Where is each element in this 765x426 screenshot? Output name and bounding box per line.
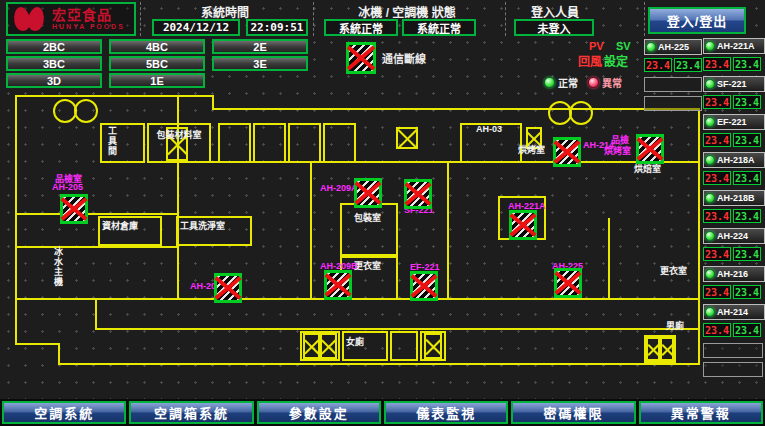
equipment-label: AH-216: [717, 269, 748, 279]
nav-button[interactable]: 密碼權限: [511, 401, 635, 424]
abnormal-led-icon: [588, 77, 599, 88]
floor-button[interactable]: 4BC: [109, 39, 205, 54]
bottom-nav: 空調系統空調箱系統參數設定儀表監視密碼權限異常警報: [0, 399, 765, 426]
ahu-comm-loss-icon[interactable]: [354, 178, 382, 208]
room-label: 女廁: [346, 337, 364, 347]
login-logout-button[interactable]: 登入/登出: [648, 7, 746, 34]
sv-value: 23.4: [733, 209, 761, 223]
brand-name: 宏亞食品: [52, 8, 125, 23]
equipment-label: AH-224: [717, 231, 748, 241]
sv-value: 23.4: [733, 323, 761, 337]
floor-button[interactable]: 3D: [6, 73, 102, 88]
empty-slot: [644, 96, 702, 111]
equipment-row[interactable]: AH-214 23.4 23.4: [703, 304, 765, 337]
comm-loss-legend-icon: [346, 42, 376, 74]
equipment-name: EF-221: [703, 114, 765, 130]
status-led-icon: [705, 155, 715, 165]
pv-value: 23.4: [703, 247, 731, 261]
ahu-comm-loss-icon[interactable]: [636, 134, 664, 164]
hearts-logo-icon: [12, 5, 52, 33]
floorplan: AH-03工具間包裝材料室烘烤室烘焙室包裝室更衣室更衣室資材倉庫工具洗淨室冰水主…: [0, 88, 702, 398]
sv-value: 23.4: [733, 171, 761, 185]
chiller-ahu-status-label: 冰機 / 空調機 狀態: [316, 3, 498, 20]
login-user-label: 登入人員: [510, 3, 600, 20]
header-divider: [140, 2, 141, 36]
status-led-icon: [705, 79, 715, 89]
equipment-row[interactable]: AH-216 23.4 23.4: [703, 266, 765, 299]
room-label: 包裝室: [354, 213, 381, 223]
ahu-comm-loss-icon[interactable]: [324, 270, 352, 300]
ahu-comm-loss-icon[interactable]: [214, 273, 242, 303]
equipment-name: AH-225: [644, 39, 702, 55]
ahu-comm-loss-icon[interactable]: [554, 268, 582, 298]
sv-value: 23.4: [733, 247, 761, 261]
header-divider: [505, 2, 506, 36]
wall-segment: [447, 161, 449, 300]
stair-shaft-icon: [660, 337, 674, 361]
status-led-icon: [705, 117, 715, 127]
floor-button[interactable]: 2BC: [6, 39, 102, 54]
equipment-name: AH-218B: [703, 190, 765, 206]
equipment-label: AH-218A: [717, 155, 755, 165]
header-divider: [313, 2, 314, 36]
nav-button[interactable]: 空調箱系統: [129, 401, 253, 424]
equipment-row[interactable]: AH-221A 23.4 23.4: [703, 38, 765, 71]
equipment-name: SF-221: [703, 76, 765, 92]
equipment-row[interactable]: AH-218A 23.4 23.4: [703, 152, 765, 185]
empty-slot: [644, 77, 702, 92]
status-led-icon: [646, 42, 656, 52]
floor-button[interactable]: 5BC: [109, 56, 205, 71]
room-outline: [323, 123, 356, 163]
room-label: 男廁: [666, 321, 684, 331]
nav-button[interactable]: 空調系統: [2, 401, 126, 424]
equipment-row[interactable]: AH-224 23.4 23.4: [703, 228, 765, 261]
equipment-label: AH-218B: [717, 193, 755, 203]
ahu-comm-loss-icon[interactable]: [553, 137, 581, 167]
equipment-label: AH-221A: [717, 41, 755, 51]
ahu-comm-loss-icon[interactable]: [60, 194, 88, 224]
chiller-status-display: 系統正常: [324, 19, 398, 36]
stair-shaft-icon: [646, 337, 660, 361]
ahu-comm-loss-icon[interactable]: [410, 271, 438, 301]
room-label: 冰水主機: [53, 247, 63, 287]
equipment-row[interactable]: AH-218B 23.4 23.4: [703, 190, 765, 223]
equipment-row-top[interactable]: AH-225 23.4 23.4: [644, 39, 702, 72]
nav-button[interactable]: 異常警報: [639, 401, 763, 424]
wall-segment: [212, 95, 214, 110]
equipment-row[interactable]: SF-221 23.4 23.4: [703, 76, 765, 109]
nav-button[interactable]: 儀表監視: [384, 401, 508, 424]
status-led-icon: [705, 231, 715, 241]
nav-button[interactable]: 參數設定: [257, 401, 381, 424]
brand-logo: 宏亞食品 HUNYA FOODS: [6, 2, 136, 36]
floor-button[interactable]: 2E: [212, 39, 308, 54]
floor-button[interactable]: 1E: [109, 73, 205, 88]
equipment-label: EF-221: [717, 117, 747, 127]
room-label: 包裝材料室: [150, 130, 208, 140]
normal-led-icon: [544, 77, 555, 88]
empty-slot: [703, 343, 763, 358]
equipment-row[interactable]: EF-221 23.4 23.4: [703, 114, 765, 147]
wall-segment: [58, 363, 700, 365]
floor-button[interactable]: 3BC: [6, 56, 102, 71]
pv-value: 23.4: [703, 133, 731, 147]
sv-value: 23.4: [733, 285, 761, 299]
room-label: AH-03: [476, 124, 502, 134]
spiral-stair-icon: [548, 101, 592, 123]
unit-label: AH-205: [52, 182, 83, 192]
pv-value: 23.4: [703, 95, 731, 109]
sv-header-label: SV: [616, 40, 631, 52]
hmi-screen: 宏亞食品 HUNYA FOODS 系統時間 2024/12/12 22:09:5…: [0, 0, 765, 426]
pv-value: 23.4: [703, 323, 731, 337]
ahu-comm-loss-icon[interactable]: [404, 179, 432, 209]
ahu-comm-loss-icon[interactable]: [509, 210, 537, 240]
wall-segment: [95, 298, 97, 330]
room-outline: [288, 123, 321, 163]
room-outline: [340, 203, 398, 256]
equipment-label: SF-221: [717, 79, 747, 89]
floor-button[interactable]: 3E: [212, 56, 308, 71]
equipment-label: AH-214: [717, 307, 748, 317]
sv-value: 23.4: [733, 133, 761, 147]
login-state-display: 未登入: [514, 19, 594, 36]
stair-shaft-icon: [424, 333, 442, 359]
wall-segment: [15, 343, 60, 345]
